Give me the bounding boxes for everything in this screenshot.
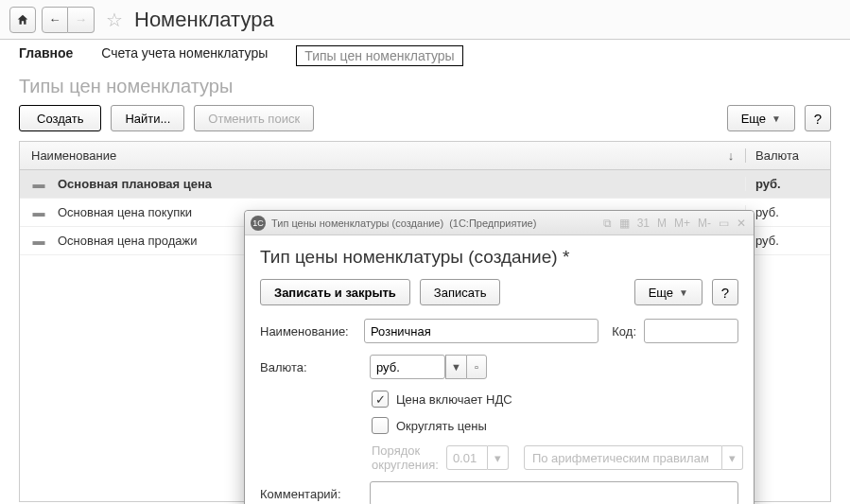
close-icon[interactable]: ✕ xyxy=(735,217,748,230)
round-value-dropdown: ▾ xyxy=(488,445,509,470)
m-minus-icon[interactable]: M- xyxy=(696,217,713,230)
dialog-heading: Тип цены номенклатуры (создание) * xyxy=(260,247,738,268)
chevron-down-icon: ▼ xyxy=(679,287,688,298)
currency-input[interactable] xyxy=(370,355,445,379)
dialog-help-button[interactable]: ? xyxy=(712,279,738,305)
col-header-name[interactable]: Наименование xyxy=(20,148,717,163)
tab-accounts[interactable]: Счета учета номенклатуры xyxy=(101,45,268,66)
chevron-down-icon: ▼ xyxy=(772,113,781,124)
round-rule-field: По арифметическим правилам xyxy=(524,445,722,470)
name-label: Наименование: xyxy=(260,324,356,339)
help-button[interactable]: ? xyxy=(805,105,831,131)
calc-icon[interactable]: ▦ xyxy=(617,217,632,230)
round-order-label: Порядок округления: xyxy=(372,443,439,472)
more-button[interactable]: Еще▼ xyxy=(727,105,795,131)
cancel-search-button[interactable]: Отменить поиск xyxy=(194,105,314,131)
name-input[interactable] xyxy=(364,319,598,343)
comment-input[interactable] xyxy=(370,481,738,504)
create-button[interactable]: Создать xyxy=(19,105,101,131)
currency-label: Валюта: xyxy=(260,360,362,374)
currency-dropdown-button[interactable]: ▼ xyxy=(445,355,466,379)
row-bullet-icon: ▬ xyxy=(20,205,58,219)
tool-icon[interactable]: ⧉ xyxy=(601,217,614,230)
round-value-field: 0.01 xyxy=(446,445,488,470)
oneC-icon: 1C xyxy=(251,216,266,231)
row-bullet-icon: ▬ xyxy=(20,177,58,191)
vat-checkbox[interactable] xyxy=(372,391,389,408)
dialog-window-subtitle: (1С:Предприятие) xyxy=(449,217,536,229)
save-button[interactable]: Записать xyxy=(420,279,501,305)
arrow-left-icon: ← xyxy=(49,12,61,26)
favorite-icon[interactable]: ☆ xyxy=(106,9,123,31)
nav-history: ← → xyxy=(42,7,95,33)
back-button[interactable]: ← xyxy=(42,7,68,33)
tabs-row: Главное Счета учета номенклатуры Типы це… xyxy=(0,40,850,76)
chevron-down-icon: ▼ xyxy=(451,361,461,373)
col-header-currency[interactable]: Валюта xyxy=(745,148,830,163)
row-bullet-icon: ▬ xyxy=(20,234,58,248)
tab-price-types[interactable]: Типы цен номенклатуры xyxy=(296,45,462,66)
select-icon: ▫ xyxy=(475,361,478,373)
dialog-body: Тип цены номенклатуры (создание) * Запис… xyxy=(245,235,754,504)
dialog-titlebar[interactable]: 1C Тип цены номенклатуры (создание) (1С:… xyxy=(245,211,754,235)
code-label: Код: xyxy=(612,324,636,339)
code-input[interactable] xyxy=(644,319,738,343)
round-checkbox[interactable] xyxy=(372,417,389,434)
top-toolbar: ← → ☆ Номенклатура xyxy=(0,0,850,40)
row-currency: руб. xyxy=(745,234,830,248)
round-label: Округлять цены xyxy=(396,419,487,433)
round-rule-dropdown: ▾ xyxy=(722,445,743,470)
action-row: Создать Найти... Отменить поиск Еще▼ ? xyxy=(0,105,850,141)
section-title: Типы цен номенклатуры xyxy=(0,76,850,105)
row-currency: руб. xyxy=(745,177,830,191)
sort-indicator[interactable]: ↓ xyxy=(717,148,745,163)
table-header: Наименование ↓ Валюта xyxy=(20,142,830,170)
chevron-down-icon: ▾ xyxy=(494,451,501,465)
comment-label: Комментарий: xyxy=(260,487,362,501)
arrow-right-icon: → xyxy=(75,12,87,26)
table-row[interactable]: ▬ Основная плановая цена руб. xyxy=(20,170,830,199)
minimize-icon[interactable]: ▭ xyxy=(717,217,731,230)
vat-label: Цена включает НДС xyxy=(396,392,512,407)
currency-select-button[interactable]: ▫ xyxy=(466,355,487,379)
dialog-window-title: Тип цены номенклатуры (создание) xyxy=(271,217,443,229)
calendar-icon[interactable]: 31 xyxy=(635,217,651,230)
page-title: Номенклатура xyxy=(134,8,274,32)
home-button[interactable] xyxy=(9,7,36,33)
home-icon xyxy=(16,13,29,26)
m-icon[interactable]: M xyxy=(655,217,668,230)
chevron-down-icon: ▾ xyxy=(729,451,736,465)
forward-button[interactable]: → xyxy=(68,7,95,33)
dialog-more-label: Еще xyxy=(649,286,673,300)
dialog-more-button[interactable]: Еще▼ xyxy=(634,279,703,305)
tab-main[interactable]: Главное xyxy=(19,45,73,66)
more-label: Еще xyxy=(741,112,766,126)
find-button[interactable]: Найти... xyxy=(111,105,184,131)
row-name: Основная плановая цена xyxy=(58,177,745,191)
m-plus-icon[interactable]: M+ xyxy=(672,217,692,230)
create-price-type-dialog: 1C Тип цены номенклатуры (создание) (1С:… xyxy=(244,210,755,504)
save-and-close-button[interactable]: Записать и закрыть xyxy=(260,279,410,305)
row-currency: руб. xyxy=(745,205,830,219)
